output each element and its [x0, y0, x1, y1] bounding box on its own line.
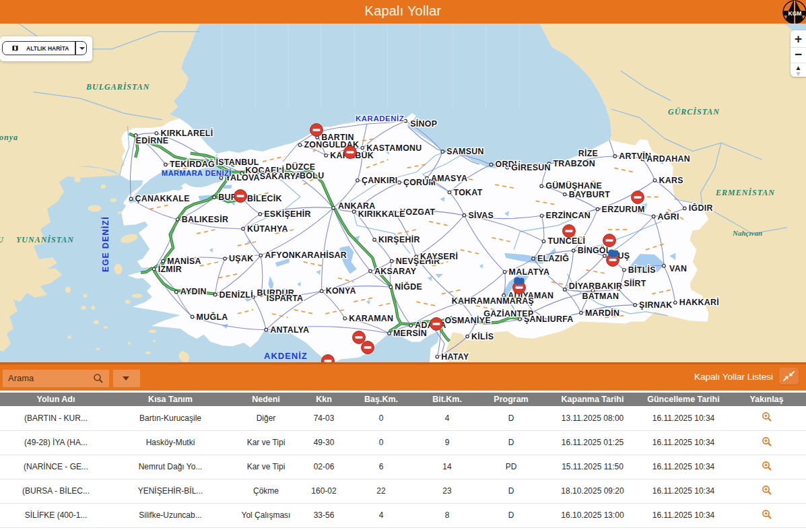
svg-text:ERZURUM: ERZURUM	[602, 205, 645, 214]
svg-text:ISPARTA: ISPARTA	[267, 294, 304, 303]
svg-text:MUĞLA: MUĞLA	[197, 312, 228, 322]
svg-text:BİTLİS: BİTLİS	[628, 265, 656, 275]
svg-text:MERSİN: MERSİN	[393, 328, 427, 338]
svg-text:VAN: VAN	[669, 264, 687, 273]
svg-text:KIRKLARELİ: KIRKLARELİ	[160, 128, 213, 138]
svg-text:SAMSUN: SAMSUN	[446, 147, 484, 156]
svg-text:AMASYA: AMASYA	[431, 174, 467, 183]
svg-text:KASTAMONU: KASTAMONU	[366, 143, 422, 153]
svg-text:TOKAT: TOKAT	[454, 188, 483, 197]
svg-text:NİĞDE: NİĞDE	[395, 281, 422, 292]
svg-text:ERMENİSTAN: ERMENİSTAN	[715, 188, 775, 197]
svg-text:MARMARA DENİZİ: MARMARA DENİZİ	[162, 169, 232, 177]
svg-text:KARADENİZ: KARADENİZ	[356, 114, 404, 123]
svg-text:SAKARYA: SAKARYA	[260, 172, 302, 181]
svg-text:Nahçıvan: Nahçıvan	[732, 229, 762, 237]
svg-text:ERZİNCAN: ERZİNCAN	[546, 210, 591, 220]
svg-text:TEKİRDAĞ: TEKİRDAĞ	[170, 159, 215, 169]
svg-text:OSMANİYE: OSMANİYE	[445, 315, 492, 325]
svg-text:BİNGÖL: BİNGÖL	[578, 245, 611, 255]
svg-text:ANKARA: ANKARA	[338, 201, 376, 211]
svg-text:ŞIRNAK: ŞIRNAK	[639, 300, 672, 310]
svg-text:BOLU: BOLU	[300, 171, 324, 180]
svg-text:AYDIN: AYDIN	[180, 287, 207, 296]
svg-text:Makedonya: Makedonya	[0, 133, 18, 142]
svg-text:KAHRAMANMARAŞ: KAHRAMANMARAŞ	[452, 296, 534, 306]
svg-text:KARS: KARS	[659, 176, 683, 185]
svg-text:EGE DENİZİ: EGE DENİZİ	[100, 216, 110, 272]
svg-text:RİZE: RİZE	[578, 148, 598, 158]
svg-text:MALATYA: MALATYA	[509, 267, 550, 277]
svg-text:IĞDIR: IĞDIR	[689, 203, 713, 213]
svg-text:BİLECİK: BİLECİK	[247, 193, 282, 203]
svg-text:SİVAS: SİVAS	[468, 210, 494, 220]
svg-text:KGM: KGM	[788, 10, 802, 17]
svg-text:GAZİANTEP: GAZİANTEP	[483, 308, 533, 319]
svg-text:TUNCELİ: TUNCELİ	[547, 236, 585, 246]
svg-text:YU: YU	[0, 235, 4, 244]
svg-text:YUNANİSTAN: YUNANİSTAN	[16, 235, 74, 244]
svg-text:KIRŞEHİR: KIRŞEHİR	[378, 234, 420, 244]
svg-text:DENİZLİ: DENİZLİ	[220, 290, 253, 300]
svg-text:BULGARİSTAN: BULGARİSTAN	[86, 82, 150, 92]
svg-text:SİNOP: SİNOP	[410, 119, 437, 129]
svg-text:UŞAK: UŞAK	[229, 254, 253, 263]
svg-text:HATAY: HATAY	[441, 352, 469, 362]
svg-text:DİYARBAKIR: DİYARBAKIR	[569, 281, 623, 291]
svg-text:ESKİŞEHİR: ESKİŞEHİR	[264, 209, 311, 219]
svg-text:GÜRCİSTAN: GÜRCİSTAN	[668, 107, 720, 117]
svg-text:ELAZIĞ: ELAZIĞ	[537, 253, 569, 263]
svg-text:GİRESUN: GİRESUN	[511, 162, 551, 172]
svg-text:AKSARAY: AKSARAY	[374, 267, 417, 276]
svg-text:KÜTAHYA: KÜTAHYA	[247, 224, 288, 234]
svg-text:MANİSA: MANİSA	[167, 256, 201, 266]
svg-text:KİLİS: KİLİS	[471, 331, 494, 341]
svg-text:BAYBURT: BAYBURT	[569, 190, 611, 199]
svg-text:GÜMÜŞHANE: GÜMÜŞHANE	[545, 180, 602, 191]
svg-text:KONYA: KONYA	[326, 286, 356, 296]
svg-text:SİİRT: SİİRT	[624, 278, 646, 288]
svg-text:KIRIKKALE: KIRIKKALE	[358, 209, 405, 219]
svg-text:HAKKARİ: HAKKARİ	[679, 297, 719, 307]
svg-text:AĞRI: AĞRI	[658, 211, 679, 222]
svg-text:BALIKESİR: BALIKESİR	[182, 214, 228, 224]
svg-text:ÇANAKKALE: ÇANAKKALE	[135, 194, 190, 203]
svg-text:BARTIN: BARTIN	[321, 133, 354, 142]
svg-text:ÇANKIRI: ÇANKIRI	[362, 176, 398, 185]
svg-text:MARDİN: MARDİN	[585, 308, 619, 318]
svg-text:KARAMAN: KARAMAN	[349, 314, 393, 323]
svg-text:AKDENİZ: AKDENİZ	[264, 351, 308, 361]
svg-text:TRABZON: TRABZON	[553, 159, 595, 168]
svg-text:ANTALYA: ANTALYA	[270, 325, 309, 335]
svg-text:DÜZCE: DÜZCE	[286, 162, 315, 172]
svg-text:AFYONKARAHİSAR: AFYONKARAHİSAR	[265, 250, 347, 260]
svg-text:ARDAHAN: ARDAHAN	[646, 154, 690, 164]
svg-text:BATMAN: BATMAN	[582, 292, 619, 301]
svg-text:KAYSERİ: KAYSERİ	[420, 251, 458, 261]
